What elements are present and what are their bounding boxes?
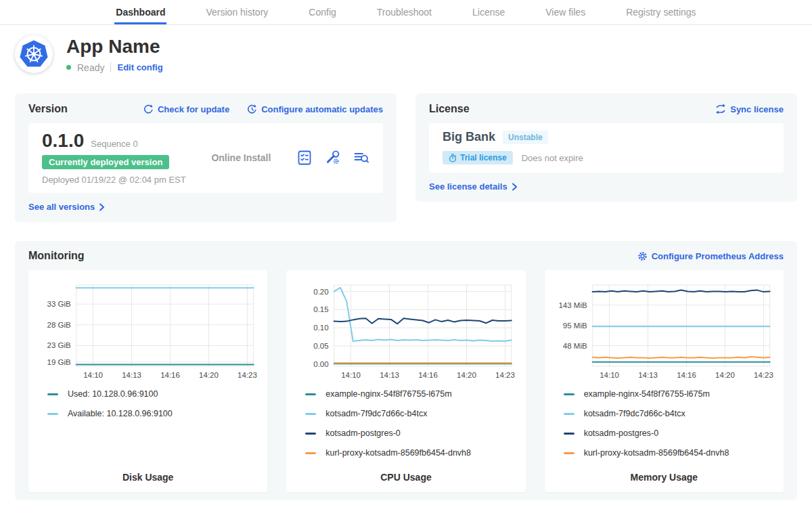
preflight-checklist-icon[interactable] [296,150,313,166]
version-links: Check for update Configure automatic upd… [143,104,383,114]
page-content: App Name Ready Edit config Version [0,35,812,500]
chart-legend-memory-usage: example-nginx-54f8f76755-l675mkotsadm-7f… [554,389,774,468]
legend-swatch [564,393,574,395]
legend-swatch [564,413,574,415]
channel-badge: Unstable [503,131,548,144]
version-line: 0.1.0 Sequence 0 [42,130,186,152]
svg-text:14:13: 14:13 [638,371,658,379]
cards-row: Version Check for update [15,93,797,222]
chart-plot-cpu-usage: 0.000.050.100.150.2014:1014:1314:1614:20… [296,280,516,382]
svg-text:14:16: 14:16 [677,371,696,379]
tab-troubleshoot[interactable]: Troubleshoot [376,0,433,24]
chart-legend-cpu-usage: example-nginx-54f8f76755-l675mkotsadm-7f… [296,389,516,468]
chart-title: Disk Usage [38,472,258,483]
svg-text:14:16: 14:16 [160,371,180,379]
legend-item: kurl-proxy-kotsadm-8569fb6454-dnvh8 [564,448,774,458]
see-all-versions-link[interactable]: See all versions [28,202,105,212]
svg-text:14:20: 14:20 [199,371,219,379]
license-title: License [429,103,470,115]
version-panel-header: Version Check for update [28,103,383,115]
svg-text:14:10: 14:10 [600,371,619,379]
series-line [592,357,769,358]
legend-item: kotsadm-7f9dc7d66c-b4tcx [305,409,516,418]
svg-text:14:23: 14:23 [754,371,773,379]
svg-text:23 GiB: 23 GiB [47,341,70,349]
svg-text:14:20: 14:20 [457,371,476,379]
monitoring-panel: Monitoring Configure Prometheus Address … [15,241,797,500]
svg-text:14:20: 14:20 [715,371,735,379]
license-card: Big Bank Unstable Trial license Does not… [429,123,784,173]
tab-config[interactable]: Config [307,0,337,24]
legend-item: example-nginx-54f8f76755-l675m [564,389,774,399]
svg-text:0.05: 0.05 [314,342,329,350]
monitoring-header: Monitoring Configure Prometheus Address [28,250,784,262]
config-wrench-gear-icon[interactable] [325,150,341,166]
stopwatch-icon [449,154,457,162]
svg-text:14:23: 14:23 [495,371,515,379]
chart-card-disk-usage: 19 GiB23 GiB28 GiB33 GiB14:1014:1314:161… [28,270,267,492]
trial-license-badge: Trial license [443,151,513,164]
chevron-right-icon [512,183,518,191]
page-title: App Name [66,36,163,58]
legend-label: kotsadm-7f9dc7d66c-b4tcx [584,409,685,418]
gear-icon [637,251,648,261]
chart-card-cpu-usage: 0.000.050.100.150.2014:1014:1314:1614:20… [286,270,525,492]
legend-label: kotsadm-7f9dc7d66c-b4tcx [325,409,427,418]
license-panel-header: License Sync license [429,103,784,115]
legend-swatch [305,413,316,415]
svg-text:28 GiB: 28 GiB [47,321,70,329]
tab-version-history[interactable]: Version history [204,0,269,24]
nav-tabs: DashboardVersion historyConfigTroublesho… [114,0,697,24]
legend-swatch [305,433,316,435]
version-number: 0.1.0 [42,130,84,152]
divider [110,62,111,72]
series-line [334,288,512,341]
tab-license[interactable]: License [471,0,506,24]
svg-text:14:23: 14:23 [238,371,257,379]
status-dot-icon [66,65,71,70]
chart-legend-disk-usage: Used: 10.128.0.96:9100Available: 10.128.… [38,389,258,429]
series-line [334,318,512,324]
deployed-badge: Currently deployed version [42,155,169,169]
svg-text:33 GiB: 33 GiB [47,300,70,308]
legend-item: Available: 10.128.0.96:9100 [47,409,258,418]
legend-swatch [564,452,574,454]
top-nav: DashboardVersion historyConfigTroublesho… [0,0,812,25]
svg-text:19 GiB: 19 GiB [47,358,70,366]
current-version-card: 0.1.0 Sequence 0 Currently deployed vers… [28,123,383,193]
version-actions [296,150,369,166]
legend-item: kotsadm-7f9dc7d66c-b4tcx [564,409,774,418]
sync-icon [715,104,726,114]
legend-swatch [47,393,58,395]
svg-text:0.15: 0.15 [314,305,329,313]
configure-prometheus-button[interactable]: Configure Prometheus Address [637,251,784,261]
legend-swatch [305,452,316,454]
tab-dashboard[interactable]: Dashboard [114,0,166,24]
tab-view-files[interactable]: View files [544,0,587,24]
svg-text:48 MiB: 48 MiB [563,342,587,350]
clock-refresh-icon [247,104,257,114]
status-text: Ready [77,62,104,73]
legend-label: Available: 10.128.0.96:9100 [68,409,173,418]
see-license-details-link[interactable]: See license details [429,181,518,192]
tab-registry-settings[interactable]: Registry settings [625,0,697,24]
install-type-label: Online Install [211,152,271,163]
chart-title: Memory Usage [554,472,774,483]
svg-text:0.20: 0.20 [314,288,329,296]
app-logo [15,35,53,73]
check-for-update-button[interactable]: Check for update [143,104,229,114]
configure-auto-updates-button[interactable]: Configure automatic updates [247,104,383,114]
kubernetes-icon [18,39,49,70]
svg-text:14:13: 14:13 [380,371,399,379]
version-panel: Version Check for update [15,93,397,222]
legend-label: example-nginx-54f8f76755-l675m [325,389,451,399]
svg-text:14:13: 14:13 [122,371,141,379]
edit-config-link[interactable]: Edit config [117,62,162,72]
svg-text:14:16: 14:16 [418,371,438,379]
chart-title: CPU Usage [296,472,516,483]
view-logs-icon[interactable] [353,150,369,166]
legend-swatch [564,433,574,435]
series-line [592,290,769,292]
version-info: 0.1.0 Sequence 0 Currently deployed vers… [42,130,186,185]
sync-license-button[interactable]: Sync license [715,104,784,114]
